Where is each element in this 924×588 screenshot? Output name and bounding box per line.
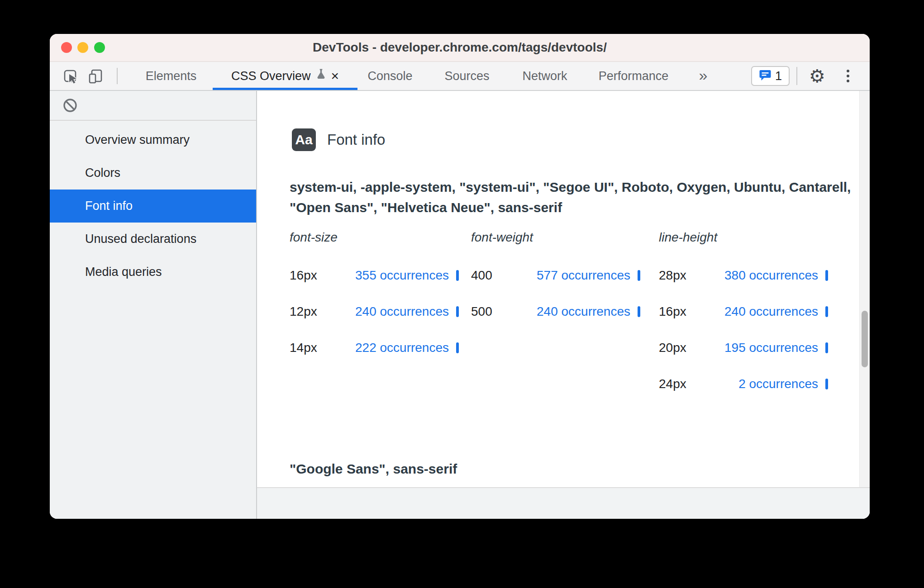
occurrence-bar — [825, 379, 828, 389]
font-size-column: font-size 16px 355 occurrences 12px 240 … — [290, 230, 462, 366]
font-weight-column: font-weight 400 577 occurrences 500 240 … — [471, 230, 643, 330]
column-header-font-size: font-size — [290, 230, 462, 246]
more-tabs-chevron-icon[interactable]: » — [699, 62, 708, 90]
font-metric-row: 16px 240 occurrences — [659, 294, 831, 330]
occurrences-link[interactable]: 240 occurrences — [537, 304, 630, 319]
occurrence-bar — [825, 306, 828, 317]
occurrence-bar — [638, 306, 640, 317]
font-info-panel: Aa Font info system-ui, -apple-system, "… — [257, 91, 870, 519]
font-metric-row: 14px 222 occurrences — [290, 330, 462, 366]
devtools-window: DevTools - developer.chrome.com/tags/dev… — [50, 34, 870, 519]
issues-badge-button[interactable]: 1 — [751, 66, 790, 86]
sidebar-toolbar — [50, 91, 256, 121]
occurrences-link[interactable]: 240 occurrences — [355, 304, 449, 319]
metric-value: 400 — [471, 268, 492, 283]
section-title: Font info — [327, 131, 385, 148]
tab-console[interactable]: Console — [367, 62, 412, 90]
font-metric-row: 24px 2 occurrences — [659, 366, 831, 402]
more-options-kebab-icon[interactable] — [846, 68, 850, 84]
toolbar-divider — [117, 68, 118, 84]
devtools-body: Overview summary Colors Font info Unused… — [50, 91, 870, 519]
sidebar-nav: Overview summary Colors Font info Unused… — [50, 121, 256, 289]
tab-performance[interactable]: Performance — [599, 62, 669, 90]
font-family-heading: system-ui, -apple-system, "system-ui", "… — [290, 177, 864, 218]
device-toolbar-icon[interactable] — [88, 68, 103, 84]
font-metric-row: 400 577 occurrences — [471, 257, 643, 294]
sidebar-item-overview-summary[interactable]: Overview summary — [50, 123, 256, 156]
scrollbar-thumb[interactable] — [862, 311, 868, 367]
screenshot-stage: DevTools - developer.chrome.com/tags/dev… — [0, 0, 924, 588]
next-font-family-heading: "Google Sans", sans-serif — [290, 461, 457, 477]
line-height-column: line-height 28px 380 occurrences 16px 24… — [659, 230, 831, 402]
sidebar-item-unused-declarations[interactable]: Unused declarations — [50, 223, 256, 256]
panel-footer — [257, 487, 870, 519]
occurrence-bar — [456, 342, 459, 353]
tab-elements[interactable]: Elements — [146, 62, 197, 90]
issues-chat-icon — [759, 69, 772, 83]
column-header-line-height: line-height — [659, 230, 831, 246]
font-metric-row: 500 240 occurrences — [471, 294, 643, 330]
section-header: Aa Font info — [292, 128, 385, 151]
settings-gear-icon[interactable]: ⚙ — [809, 62, 825, 90]
metric-value: 16px — [659, 304, 686, 319]
metric-value: 12px — [290, 304, 317, 319]
occurrence-bar — [456, 306, 459, 317]
metric-value: 24px — [659, 377, 686, 391]
metric-value: 500 — [471, 304, 492, 319]
font-metric-row: 16px 355 occurrences — [290, 257, 462, 294]
window-title: DevTools - developer.chrome.com/tags/dev… — [50, 34, 870, 61]
inspect-element-icon[interactable] — [62, 68, 78, 84]
close-tab-icon[interactable]: × — [331, 69, 339, 83]
tab-css-overview-label: CSS Overview — [231, 62, 311, 90]
occurrences-link[interactable]: 240 occurrences — [724, 304, 818, 319]
metric-value: 16px — [290, 268, 317, 283]
vertical-scrollbar[interactable] — [859, 91, 870, 487]
occurrences-link[interactable]: 380 occurrences — [724, 268, 818, 283]
occurrences-link[interactable]: 577 occurrences — [537, 268, 630, 283]
devtools-toolbar: Elements CSS Overview × Console Sources … — [50, 62, 870, 91]
occurrences-link[interactable]: 355 occurrences — [355, 268, 449, 283]
occurrences-link[interactable]: 195 occurrences — [724, 341, 818, 355]
font-metric-row: 28px 380 occurrences — [659, 257, 831, 294]
occurrence-bar — [638, 270, 640, 281]
occurrence-bar — [456, 270, 459, 281]
metric-value: 20px — [659, 341, 686, 355]
sidebar-item-media-queries[interactable]: Media queries — [50, 256, 256, 289]
font-info-aa-icon: Aa — [292, 128, 316, 151]
sidebar-item-font-info[interactable]: Font info — [50, 190, 256, 223]
metric-value: 28px — [659, 268, 686, 283]
issues-count: 1 — [775, 69, 782, 83]
font-metric-row: 12px 240 occurrences — [290, 294, 462, 330]
metric-value: 14px — [290, 341, 317, 355]
occurrences-link[interactable]: 2 occurrences — [738, 377, 818, 391]
font-info-content: Aa Font info system-ui, -apple-system, "… — [257, 91, 870, 487]
tab-css-overview[interactable]: CSS Overview × — [213, 62, 357, 90]
window-titlebar: DevTools - developer.chrome.com/tags/dev… — [50, 34, 870, 62]
clear-overview-icon[interactable] — [62, 98, 78, 113]
column-header-font-weight: font-weight — [471, 230, 643, 246]
occurrences-link[interactable]: 222 occurrences — [355, 341, 449, 355]
experiment-flask-icon — [315, 62, 327, 90]
sidebar-item-colors[interactable]: Colors — [50, 156, 256, 190]
occurrence-bar — [825, 270, 828, 281]
tab-network[interactable]: Network — [522, 62, 567, 90]
font-metric-row: 20px 195 occurrences — [659, 330, 831, 366]
tab-sources[interactable]: Sources — [444, 62, 489, 90]
toolbar-divider — [796, 67, 797, 85]
occurrence-bar — [825, 342, 828, 353]
css-overview-sidebar: Overview summary Colors Font info Unused… — [50, 91, 257, 519]
